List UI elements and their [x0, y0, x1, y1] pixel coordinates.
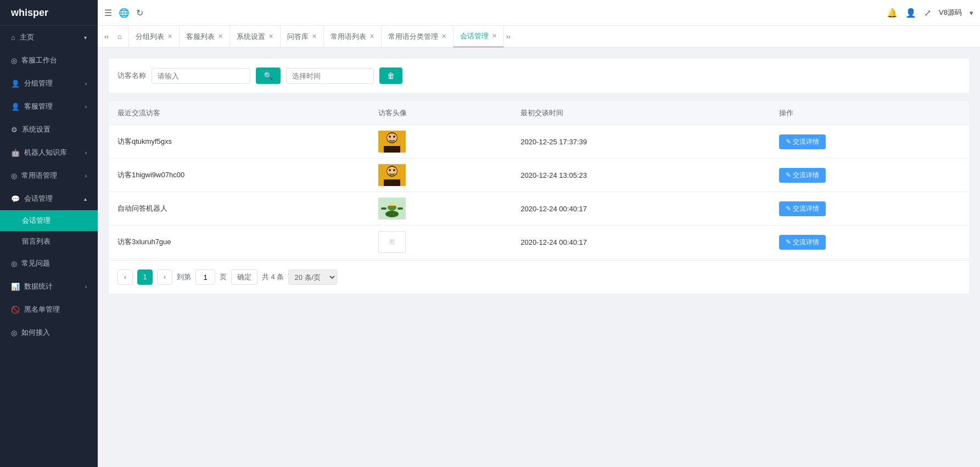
- detail-button[interactable]: ✎ 交流详情: [779, 235, 826, 250]
- expand-icon[interactable]: ⤢: [924, 8, 931, 18]
- topbar-right: 🔔 👤 ⤢ V8源码 ▾: [887, 8, 973, 18]
- chevron-right-icon: ›: [85, 150, 87, 156]
- pagination: ‹ 1 › 到第 页 确定 共 4 条 10 条/页 20 条/页 50 条/页…: [109, 260, 969, 294]
- visitor-avatar-cell: 图: [369, 226, 512, 259]
- date-picker[interactable]: [286, 68, 374, 84]
- visitor-name: 访客1higwi9w07hc00: [109, 159, 369, 192]
- tab-service-list[interactable]: 客服列表 ✕: [180, 26, 230, 48]
- col-action: 操作: [770, 102, 969, 125]
- home-tab-icon: ⌂: [117, 32, 122, 41]
- close-icon[interactable]: ✕: [167, 33, 172, 40]
- tab-group-list[interactable]: 分组列表 ✕: [129, 26, 180, 48]
- col-visitor: 最近交流访客: [109, 102, 369, 125]
- sidebar-item-blacklist[interactable]: 🚫 黑名单管理: [0, 298, 98, 321]
- tab-home[interactable]: ⌂: [111, 26, 129, 48]
- table-row: 访客1higwi9w07hc00 2020-12-24 13:05:23✎ 交流…: [109, 159, 969, 192]
- close-icon[interactable]: ✕: [218, 33, 223, 40]
- avatar: [378, 198, 406, 220]
- stats-icon: 📊: [11, 283, 20, 291]
- page-total: 共 4 条: [262, 272, 284, 282]
- tab-prev-btn[interactable]: ‹‹: [102, 33, 111, 41]
- chevron-right-icon: ›: [85, 81, 87, 87]
- chevron-up-icon: ▴: [84, 196, 87, 202]
- sidebar-item-settings[interactable]: ⚙ 系统设置: [0, 118, 98, 141]
- tab-settings[interactable]: 系统设置 ✕: [230, 26, 281, 48]
- close-icon[interactable]: ✕: [312, 33, 317, 40]
- sidebar-item-service[interactable]: 👤 客服管理 ›: [0, 95, 98, 118]
- refresh-icon[interactable]: ↻: [136, 8, 143, 18]
- sidebar-item-integrate[interactable]: ◎ 如何接入: [0, 321, 98, 344]
- next-page-btn[interactable]: ›: [157, 269, 172, 285]
- sidebar-sub-item-session-mgmt[interactable]: 会话管理: [0, 210, 98, 231]
- globe-icon[interactable]: 🌐: [119, 8, 130, 18]
- workbench-icon: ◎: [11, 57, 17, 65]
- sidebar-item-phrases[interactable]: ◎ 常用语管理 ›: [0, 164, 98, 187]
- tab-label: 问答库: [287, 32, 309, 42]
- sub-item-label: 留言列表: [22, 237, 51, 245]
- close-icon[interactable]: ✕: [492, 32, 497, 40]
- session-time: 2020-12-25 17:37:39: [512, 125, 770, 159]
- sidebar-item-label: 常用语管理: [21, 171, 57, 181]
- chevron-right-icon: ›: [85, 173, 87, 179]
- detail-button[interactable]: ✎ 交流详情: [779, 168, 826, 183]
- close-icon[interactable]: ✕: [268, 33, 273, 40]
- close-icon[interactable]: ✕: [369, 33, 374, 40]
- goto-label: 到第: [177, 272, 191, 282]
- chevron-right-icon: ›: [85, 104, 87, 110]
- page-goto-input[interactable]: [195, 269, 215, 285]
- detail-button[interactable]: ✎ 交流详情: [779, 201, 826, 216]
- sidebar-item-label: 如何接入: [21, 328, 50, 337]
- col-avatar: 访客头像: [369, 102, 512, 125]
- tab-session-mgmt[interactable]: 会话管理 ✕: [453, 26, 504, 48]
- sidebar-item-home[interactable]: ⌂ 主页 ▾: [0, 26, 98, 49]
- avatar: [378, 164, 406, 186]
- clear-button[interactable]: 🗑: [379, 67, 402, 84]
- sidebar-item-stats[interactable]: 📊 数据统计 ›: [0, 275, 98, 298]
- robot-icon: 🤖: [11, 149, 20, 157]
- session-time: 2020-12-24 00:40:17: [512, 226, 770, 259]
- bell-icon[interactable]: 🔔: [887, 8, 898, 18]
- search-button[interactable]: 🔍: [256, 67, 281, 84]
- close-icon[interactable]: ✕: [441, 33, 446, 40]
- tab-qa[interactable]: 问答库 ✕: [281, 26, 324, 48]
- user-avatar-icon[interactable]: 👤: [905, 8, 916, 18]
- visitor-name: 访客qtukmyf5gxs: [109, 125, 369, 159]
- page-confirm-btn[interactable]: 确定: [231, 269, 257, 285]
- svg-point-4: [389, 136, 391, 138]
- user-dropdown-icon[interactable]: ▾: [970, 9, 973, 17]
- tab-label: 会话管理: [460, 31, 489, 41]
- service-icon: 👤: [11, 103, 20, 111]
- sidebar-item-faq[interactable]: ◎ 常见问题: [0, 252, 98, 275]
- action-cell: ✎ 交流详情: [770, 226, 969, 259]
- sidebar: whisper ⌂ 主页 ▾ ◎ 客服工作台 👤 分组管理 › 👤 客服管理 ›…: [0, 0, 98, 467]
- action-cell: ✎ 交流详情: [770, 125, 969, 159]
- sidebar-item-robot[interactable]: 🤖 机器人知识库 ›: [0, 141, 98, 164]
- tab-common-phrases[interactable]: 常用语列表 ✕: [324, 26, 382, 48]
- tab-label: 系统设置: [237, 32, 265, 42]
- detail-button[interactable]: ✎ 交流详情: [779, 134, 826, 149]
- tab-phrase-category[interactable]: 常用语分类管理 ✕: [382, 26, 453, 48]
- page-size-select[interactable]: 10 条/页 20 条/页 50 条/页 100 条/页: [288, 269, 337, 285]
- table-row: 自动问答机器人 2020-12-24 00:40:17✎ 交流详情: [109, 192, 969, 226]
- svg-rect-8: [384, 179, 400, 186]
- action-cell: ✎ 交流详情: [770, 192, 969, 226]
- sidebar-item-session[interactable]: 💬 会话管理 ▴: [0, 187, 98, 210]
- sidebar-item-label: 常见问题: [21, 258, 50, 268]
- sidebar-item-label: 客服管理: [24, 102, 53, 111]
- tab-next-btn[interactable]: ››: [504, 33, 513, 41]
- sidebar-sub-item-message-list[interactable]: 留言列表: [0, 231, 98, 252]
- tab-label: 常用语列表: [331, 32, 366, 42]
- menu-icon[interactable]: ☰: [104, 8, 112, 18]
- visitor-name: 自动问答机器人: [109, 192, 369, 226]
- page-1-btn[interactable]: 1: [137, 269, 153, 285]
- svg-rect-2: [384, 146, 400, 153]
- sidebar-item-workbench[interactable]: ◎ 客服工作台: [0, 49, 98, 72]
- session-time: 2020-12-24 13:05:23: [512, 159, 770, 192]
- sidebar-item-label: 系统设置: [22, 125, 51, 134]
- sidebar-item-group[interactable]: 👤 分组管理 ›: [0, 72, 98, 95]
- prev-page-btn[interactable]: ‹: [117, 269, 133, 285]
- sidebar-item-label: 主页: [20, 32, 34, 42]
- home-icon: ⌂: [11, 33, 15, 42]
- search-input[interactable]: [152, 68, 250, 84]
- col-time: 最初交谈时间: [512, 102, 770, 125]
